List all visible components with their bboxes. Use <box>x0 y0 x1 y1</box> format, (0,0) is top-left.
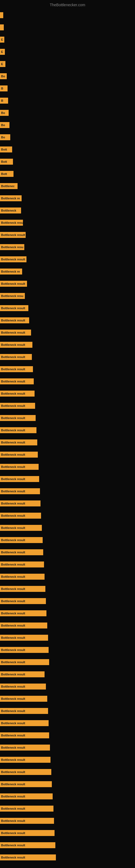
bar-label: Bottleneck result <box>1 807 25 810</box>
bottleneck-bar: Bottleneck result <box>0 720 49 726</box>
bar-row: Bottleneck result <box>0 794 53 799</box>
bottleneck-bar: Bo <box>0 122 9 128</box>
bar-label: Bottleneck result <box>1 697 25 701</box>
bar-row: B <box>0 86 8 91</box>
bar-label: Bottleneck resu <box>1 246 24 249</box>
bar-label: Bottleneck result <box>1 831 25 835</box>
bottleneck-bar: B <box>0 86 8 91</box>
bar-label: Bottleneck result <box>1 429 25 432</box>
bar-row: Bottleneck resu <box>0 220 23 226</box>
bar-row: Bottleneck result <box>0 610 46 616</box>
bar-label: Bottleneck result <box>1 282 25 285</box>
bar-row: Bottleneck result <box>0 622 47 628</box>
bottleneck-bar: Bottleneck re <box>0 195 21 201</box>
bottleneck-bar: Bottleneck result <box>0 403 35 409</box>
bar-label: Bottleneck result <box>1 795 25 798</box>
bottleneck-bar: Bottleneck result <box>0 525 42 531</box>
bottleneck-bar: Bottleneck result <box>0 671 45 677</box>
bar-row: Bottleneck result <box>0 720 49 726</box>
bar-label: Bott <box>1 148 7 151</box>
bar-row <box>0 12 3 18</box>
bar-label: Bo <box>1 111 5 115</box>
bar-row: Bottleneck result <box>0 659 49 665</box>
bar-label: Bottleneck result <box>1 819 25 823</box>
bottleneck-bar: Bottleneck result <box>0 696 47 702</box>
bottleneck-bar: Bottleneck result <box>0 781 52 787</box>
bar-label: Bottleneck result <box>1 856 25 859</box>
bar-row: Bottleneck result <box>0 256 27 262</box>
bar-label: Bottleneck result <box>1 746 25 749</box>
bar-row: Bottleneck result <box>0 427 37 433</box>
bar-row: Bottleneck result <box>0 537 43 543</box>
bar-label: Bottleneck result <box>1 453 25 456</box>
bar-row: Bottleneck result <box>0 781 52 787</box>
bar-label: Bott <box>1 172 7 176</box>
bottleneck-bar: Bott <box>0 147 12 152</box>
bar-row: Bottleneck result <box>0 696 47 702</box>
bar-row: Bo <box>0 110 9 116</box>
bottleneck-bar: Bo <box>0 134 10 140</box>
bar-label: Bottleneck result <box>1 551 25 554</box>
bar-label: Bottleneck result <box>1 758 25 762</box>
bar-row: Bottleneck re <box>0 195 21 201</box>
bottleneck-bar: Bottleneck result <box>0 659 49 665</box>
bar-row: Bottleneck result <box>0 342 32 348</box>
bar-row: Bottleneck result <box>0 391 35 397</box>
bar-label: Bottleneck result <box>1 514 25 517</box>
bottleneck-bar: Bottleneck result <box>0 330 31 336</box>
bar-label: Bottleneck result <box>1 368 25 371</box>
bar-row: Bottleneck result <box>0 488 40 494</box>
bar-row: Bottleneck result <box>0 745 50 750</box>
bar-label: Bottleneck result <box>1 307 25 310</box>
bar-label: Bottleneck result <box>1 660 25 664</box>
bar-row: Bottleneck <box>0 208 21 214</box>
bar-label: Bottlenec <box>1 184 14 188</box>
bottleneck-bar: Bottleneck result <box>0 488 40 494</box>
bottleneck-bar: E <box>0 49 5 55</box>
bottleneck-bar: Bottleneck result <box>0 561 44 567</box>
bar-label: Bottleneck result <box>1 709 25 713</box>
bar-row: Bottleneck result <box>0 378 34 384</box>
bar-label: Bottleneck result <box>1 563 25 566</box>
bottleneck-bar: E <box>0 37 4 42</box>
bar-label: Bottleneck result <box>1 343 25 346</box>
bottleneck-bar: Bottlenec <box>0 183 17 189</box>
bar-label: Bottleneck result <box>1 636 25 639</box>
bar-label: Bottleneck result <box>1 624 25 627</box>
bottleneck-bar: Bo <box>0 110 9 116</box>
bottleneck-bar: Bottleneck result <box>0 635 48 641</box>
bar-row: Bottleneck resu <box>0 244 24 250</box>
bar-label: Bottleneck resu <box>1 221 23 224</box>
bar-label: Bottleneck result <box>1 526 25 529</box>
bottleneck-bar: Bottleneck result <box>0 427 37 433</box>
bar-label: Bottleneck result <box>1 502 25 505</box>
bottleneck-bar: Bottleneck result <box>0 537 43 543</box>
bar-label: Bott <box>1 160 7 163</box>
bar-row: Bottleneck result <box>0 403 35 409</box>
bar-row: Bottlenec <box>0 183 17 189</box>
bar-label: Bottleneck result <box>1 770 25 774</box>
bar-label: Bottleneck resu <box>1 294 24 298</box>
bottleneck-bar: Bottleneck result <box>0 281 27 287</box>
bar-label: Bottleneck <box>1 209 16 212</box>
bar-label: Bottleneck re <box>1 197 20 200</box>
bar-label: Bottleneck result <box>1 233 25 237</box>
bar-row: Bottleneck result <box>0 574 45 580</box>
bottleneck-bar: Bottleneck result <box>0 842 55 848</box>
bar-label: Bo <box>1 135 5 139</box>
bottleneck-bar: Bottleneck result <box>0 830 54 836</box>
bar-label: Bottleneck result <box>1 355 25 359</box>
bottleneck-bar: Bottleneck result <box>0 305 28 311</box>
bar-row: Bottleneck result <box>0 733 49 738</box>
bottleneck-bar: Bottleneck resu <box>0 244 24 250</box>
bar-label: Bottleneck result <box>1 538 25 542</box>
bottleneck-bar: Bottleneck result <box>0 391 35 397</box>
bottleneck-bar: Bottleneck result <box>0 818 54 824</box>
bar-label: B <box>1 99 3 102</box>
bar-row: Bottleneck result <box>0 281 27 287</box>
bottleneck-bar: Bottleneck result <box>0 769 51 775</box>
bottleneck-bar: Bottleneck result <box>0 745 50 750</box>
bar-label: Bo <box>1 123 5 127</box>
bottleneck-bar: Bottleneck result <box>0 684 46 689</box>
bottleneck-bar: Bottleneck result <box>0 500 41 506</box>
